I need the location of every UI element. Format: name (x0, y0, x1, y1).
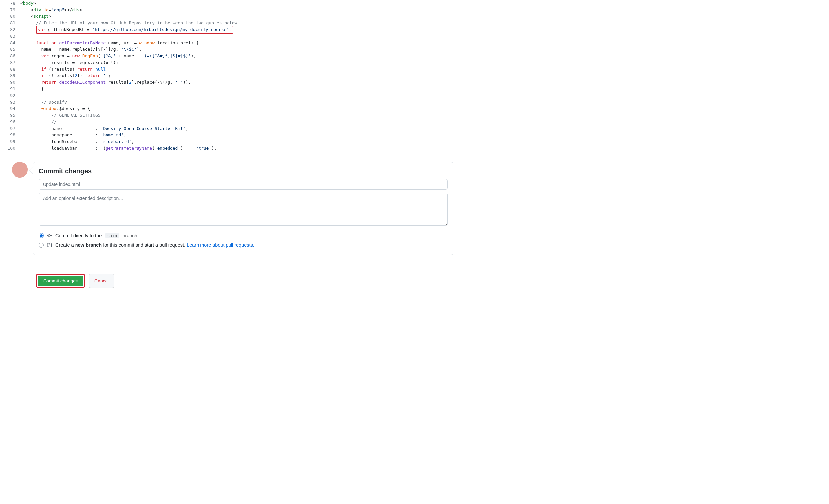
line-content[interactable]: function getParameterByName(name, url = … (21, 40, 457, 46)
radio-direct-text-post: branch. (123, 233, 139, 238)
highlighted-code: var gitLinkRepoURL = 'https://github.com… (36, 26, 233, 34)
code-line[interactable]: 87 results = regex.exec(url); (0, 59, 457, 66)
radio-checked-icon (39, 233, 43, 238)
line-number: 85 (0, 46, 21, 53)
code-line[interactable]: 79 <div id="app"></div> (0, 7, 457, 13)
line-number: 99 (0, 139, 21, 145)
code-line[interactable]: 84 function getParameterByName(name, url… (0, 40, 457, 46)
code-line[interactable]: 100 loadNavbar : !(getParameterByName('e… (0, 145, 457, 152)
line-content[interactable]: if (!results) return null; (21, 66, 457, 73)
line-number: 83 (0, 33, 21, 40)
line-content[interactable]: if (!results[2]) return ''; (21, 73, 457, 79)
code-line[interactable]: 81 // Enter the URL of your own GitHub R… (0, 20, 457, 26)
line-content[interactable]: loadSidebar : 'sidebar.md', (21, 139, 457, 145)
radio-branch-strong: new branch (75, 242, 102, 247)
git-commit-icon (47, 233, 52, 238)
line-number: 92 (0, 92, 21, 99)
radio-new-branch[interactable]: Create a new branch for this commit and … (39, 240, 448, 249)
code-line[interactable]: 98 homepage : 'home.md', (0, 132, 457, 139)
branch-name-tag: main (105, 233, 119, 238)
code-line[interactable]: 93 // Docsify (0, 99, 457, 106)
line-content[interactable]: // -------------------------------------… (21, 119, 457, 125)
code-line[interactable]: 95 // GENERAL SETTINGS (0, 112, 457, 119)
line-number: 90 (0, 79, 21, 86)
line-content[interactable]: // Enter the URL of your own GitHub Repo… (21, 20, 457, 26)
commit-description-input[interactable] (39, 193, 448, 226)
commit-panel: Commit changes Commit directly to the ma… (33, 162, 454, 255)
radio-branch-pre: Create a (56, 242, 74, 247)
commit-section: Commit changes Commit directly to the ma… (0, 155, 457, 268)
line-number: 95 (0, 112, 21, 119)
code-line[interactable]: 97 name : 'Docsify Open Course Starter K… (0, 125, 457, 132)
line-number: 100 (0, 145, 21, 152)
code-line[interactable]: 90 return decodeURIComponent(results[2].… (0, 79, 457, 86)
line-number: 96 (0, 119, 21, 125)
commit-changes-button[interactable]: Commit changes (38, 276, 83, 286)
line-number: 86 (0, 53, 21, 59)
line-number: 98 (0, 132, 21, 139)
line-content[interactable]: name : 'Docsify Open Course Starter Kit'… (21, 125, 457, 132)
code-line[interactable]: 86 var regex = new RegExp('[?&]' + name … (0, 53, 457, 59)
line-content[interactable]: return decodeURIComponent(results[2].rep… (21, 79, 457, 86)
radio-direct-text-pre: Commit directly to the (56, 233, 102, 238)
code-line[interactable]: 99 loadSidebar : 'sidebar.md', (0, 139, 457, 145)
line-number: 82 (0, 26, 21, 33)
commit-button-highlight: Commit changes (36, 274, 85, 288)
code-line[interactable]: 83 (0, 33, 457, 40)
code-line[interactable]: 91 } (0, 86, 457, 92)
code-line[interactable]: 88 if (!results) return null; (0, 66, 457, 73)
line-number: 89 (0, 73, 21, 79)
radio-unchecked-icon (39, 243, 43, 247)
commit-actions: Commit changes Cancel (3, 268, 457, 288)
git-pull-request-icon (47, 242, 52, 247)
learn-more-link[interactable]: Learn more about pull requests. (187, 242, 254, 247)
radio-branch-post: for this commit and start a pull request… (103, 242, 185, 247)
line-number: 81 (0, 20, 21, 26)
line-content[interactable]: var regex = new RegExp('[?&]' + name + '… (21, 53, 457, 59)
commit-summary-input[interactable] (39, 179, 448, 190)
code-line[interactable]: 80 <script> (0, 13, 457, 20)
code-line[interactable]: 78<body> (0, 0, 457, 7)
code-line[interactable]: 82 var gitLinkRepoURL = 'https://github.… (0, 26, 457, 33)
line-content[interactable]: loadNavbar : !(getParameterByName('embed… (21, 145, 457, 152)
code-editor[interactable]: 78<body>79 <div id="app"></div>80 <scrip… (0, 0, 457, 155)
line-content[interactable]: window.$docsify = { (21, 106, 457, 112)
line-number: 84 (0, 40, 21, 46)
line-number: 94 (0, 106, 21, 112)
line-number: 93 (0, 99, 21, 106)
line-number: 87 (0, 59, 21, 66)
code-line[interactable]: 92 (0, 92, 457, 99)
line-content[interactable]: homepage : 'home.md', (21, 132, 457, 139)
line-content[interactable]: // GENERAL SETTINGS (21, 112, 457, 119)
line-number: 88 (0, 66, 21, 73)
line-number: 79 (0, 7, 21, 13)
line-content[interactable]: results = regex.exec(url); (21, 59, 457, 66)
line-content[interactable]: // Docsify (21, 99, 457, 106)
line-content[interactable]: } (21, 86, 457, 92)
code-line[interactable]: 94 window.$docsify = { (0, 106, 457, 112)
line-content[interactable]: var gitLinkRepoURL = 'https://github.com… (21, 26, 457, 34)
line-content[interactable]: name = name.replace(/[\[\]]/g, '\\$&'); (21, 46, 457, 53)
line-content[interactable]: <script> (21, 13, 457, 20)
cancel-button[interactable]: Cancel (89, 274, 114, 288)
avatar (12, 162, 28, 178)
line-number: 97 (0, 125, 21, 132)
code-line[interactable]: 89 if (!results[2]) return ''; (0, 73, 457, 79)
line-content[interactable]: <body> (21, 0, 457, 7)
radio-commit-direct[interactable]: Commit directly to the main branch. (39, 231, 448, 240)
line-number: 78 (0, 0, 21, 7)
code-line[interactable]: 96 // ----------------------------------… (0, 119, 457, 125)
line-content[interactable]: <div id="app"></div> (21, 7, 457, 13)
line-number: 80 (0, 13, 21, 20)
line-number: 91 (0, 86, 21, 92)
code-line[interactable]: 85 name = name.replace(/[\[\]]/g, '\\$&'… (0, 46, 457, 53)
commit-title: Commit changes (39, 167, 448, 175)
